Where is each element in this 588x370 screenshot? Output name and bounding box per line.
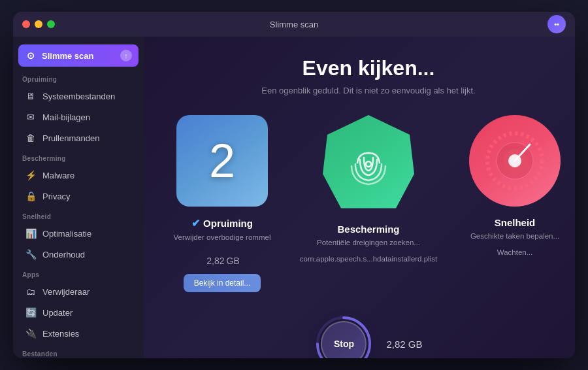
speed-card: Snelheid Geschikte taken bepalen... Wach… — [449, 115, 575, 292]
cleanup-number: 2 — [209, 137, 235, 184]
cleanup-card: 2 ✔ Opruiming Verwijder overbodige romme… — [157, 115, 287, 292]
menu-icon[interactable]: •• — [547, 15, 566, 33]
section-apps: Apps — [13, 265, 144, 281]
remover-icon: 🗂 — [25, 286, 37, 297]
cleanup-title: ✔ Opruiming — [191, 217, 253, 229]
app-window: Slimme scan •• ⊙ Slimme scan ↑ Opruiming… — [13, 12, 575, 358]
main-layout: ⊙ Slimme scan ↑ Opruiming 🖥 Systeembesta… — [13, 37, 575, 358]
cleanup-visual: 2 — [176, 115, 268, 207]
protection-card: Bescherming Potentiële dreigingen zoeken… — [303, 115, 434, 292]
protection-desc2: com.apple.speech.s...hdatainstallerd.pli… — [300, 254, 437, 265]
sidebar-item-mail-bijlagen[interactable]: ✉ Mail-bijlagen — [16, 107, 141, 127]
fingerprint-icon — [346, 141, 391, 187]
sidebar-item-verwijderaar[interactable]: 🗂 Verwijderaar — [16, 281, 141, 302]
sidebar-item-updater[interactable]: 🔄 Updater — [16, 302, 141, 323]
mail-icon: ✉ — [25, 111, 37, 123]
protection-desc1: Potentiële dreigingen zoeken... — [317, 237, 420, 248]
sidebar-item-extensies[interactable]: 🔌 Extensies — [16, 323, 141, 344]
main-content: Even kijken... Een ogenblik geduld. Dit … — [144, 37, 575, 358]
sidebar-item-slimme-scan[interactable]: ⊙ Slimme scan ↑ — [18, 44, 139, 67]
page-subtitle: Een ogenblik geduld. Dit is niet zo eenv… — [261, 86, 475, 95]
stop-amount-label: 2,82 GB — [386, 339, 422, 350]
cleanup-desc: Verwijder overbodige rommel — [174, 232, 271, 243]
trash-icon: 🗑 — [25, 132, 37, 144]
traffic-lights — [22, 20, 55, 28]
extensions-icon: 🔌 — [25, 328, 37, 339]
speedometer-icon — [479, 125, 551, 197]
maximize-button[interactable] — [47, 20, 55, 28]
check-icon: ✔ — [191, 217, 200, 229]
sidebar-item-systeembestanden[interactable]: 🖥 Systeembestanden — [16, 86, 141, 107]
section-snelheid: Snelheid — [13, 207, 144, 223]
speed-desc2: Wachten... — [497, 247, 533, 258]
page-title: Even kijken... — [302, 56, 435, 80]
svg-point-0 — [366, 161, 371, 167]
scan-icon: ⊙ — [25, 50, 37, 61]
bottom-bar: Stop 2,82 GB — [314, 308, 422, 358]
cleanup-amount: 2,82GB — [204, 248, 239, 269]
active-badge: ↑ — [120, 50, 132, 61]
sidebar-item-privacy[interactable]: 🔒 Privacy — [16, 186, 141, 207]
titlebar: Slimme scan •• — [13, 12, 575, 37]
malware-icon: ⚡ — [25, 169, 37, 181]
window-title: Slimme scan — [270, 20, 318, 29]
stop-button-wrapper: Stop — [314, 314, 373, 358]
update-icon: 🔄 — [25, 307, 37, 318]
detail-button[interactable]: Bekijk in detail... — [184, 274, 261, 292]
optimize-icon: 📊 — [25, 227, 37, 239]
section-bescherming: Bescherming — [13, 148, 144, 165]
sidebar-active-label: Slimme scan — [42, 51, 94, 61]
speed-desc1: Geschikte taken bepalen... — [470, 231, 559, 242]
close-button[interactable] — [22, 20, 30, 28]
protection-title: Bescherming — [337, 224, 399, 235]
sidebar-item-onderhoud[interactable]: 🔧 Onderhoud — [16, 244, 141, 265]
speed-visual — [469, 115, 561, 207]
maintenance-icon: 🔧 — [25, 248, 37, 260]
sidebar-item-optimalisatie[interactable]: 📊 Optimalisatie — [16, 223, 141, 244]
sidebar-item-prullenmanden[interactable]: 🗑 Prullenmanden — [16, 127, 141, 148]
section-opruiming: Opruiming — [13, 69, 144, 86]
privacy-icon: 🔒 — [25, 190, 37, 202]
minimize-button[interactable] — [35, 20, 42, 28]
section-bestanden: Bestanden — [13, 344, 144, 358]
protection-visual — [323, 115, 414, 213]
sidebar: ⊙ Slimme scan ↑ Opruiming 🖥 Systeembesta… — [13, 37, 144, 358]
cards-row: 2 ✔ Opruiming Verwijder overbodige romme… — [157, 115, 575, 292]
sidebar-item-malware[interactable]: ⚡ Malware — [16, 165, 141, 186]
system-icon: 🖥 — [25, 90, 37, 102]
speed-title: Snelheid — [495, 217, 536, 228]
